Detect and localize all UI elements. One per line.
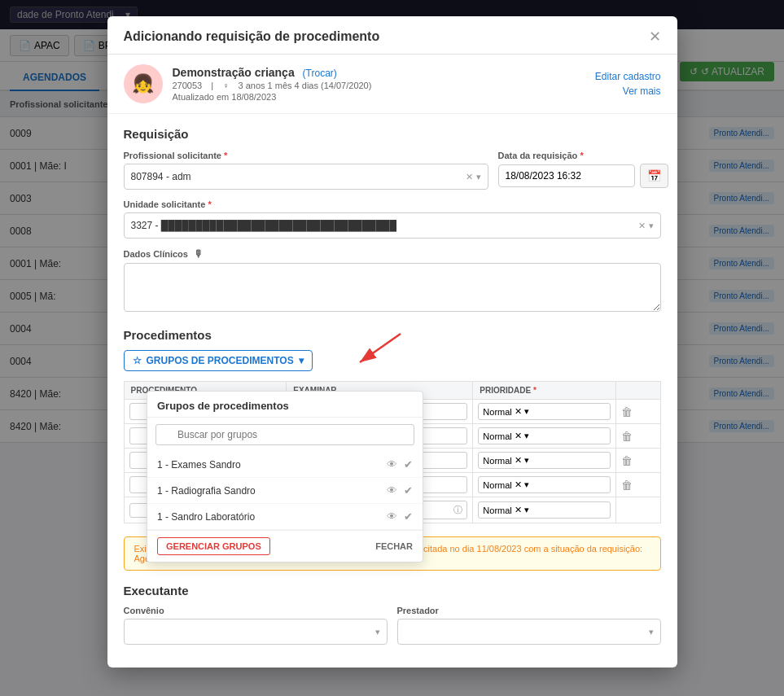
patient-name: Demonstração criança (Trocar): [173, 66, 585, 79]
delete-row-4[interactable]: 🗑: [621, 479, 633, 492]
delete-row-3[interactable]: 🗑: [621, 454, 633, 467]
date-input[interactable]: [498, 164, 635, 187]
modal-close-button[interactable]: ✕: [649, 29, 661, 44]
edit-cadastro-button[interactable]: Editar cadastro: [595, 71, 661, 82]
priority-select-4[interactable]: Normal ✕ ▾: [478, 476, 610, 493]
requisicao-section: Requisição Profissional solicitante * 80…: [107, 114, 677, 328]
data-group: Data da requisição * 📅: [498, 151, 661, 188]
col-prioridade: PRIORIDADE *: [473, 382, 615, 400]
prestador-label: Prestador: [397, 606, 661, 615]
dropdown-close-button[interactable]: FECHAR: [375, 537, 413, 555]
dados-group: Dados Clínicos 🎙: [124, 248, 661, 312]
calendar-button[interactable]: 📅: [640, 164, 668, 188]
priority-cell: Normal ✕ ▾: [473, 497, 615, 523]
form-row-unidade: Unidade solicitante * 3327 - ███████████…: [124, 199, 661, 239]
unidade-label: Unidade solicitante *: [124, 199, 661, 209]
prestador-select[interactable]: ▾: [397, 619, 661, 645]
dropdown-icon[interactable]: ▾: [649, 221, 654, 231]
view-icon-1[interactable]: 👁: [387, 458, 397, 471]
requisicao-title: Requisição: [124, 127, 661, 141]
patient-updated: Atualizado em 18/08/2023: [173, 92, 585, 102]
gender-icon: ♀: [222, 81, 229, 90]
delete-row-2[interactable]: 🗑: [621, 430, 633, 443]
dropdown-title: Grupos de procedimentos: [147, 392, 423, 418]
group-item-2[interactable]: 1 - Radiografia Sandro 👁 ✔: [147, 478, 423, 504]
star-icon: ☆: [133, 355, 142, 366]
view-icon-3[interactable]: 👁: [387, 510, 397, 523]
patient-bar: 👧 Demonstração criança (Trocar) 270053 |…: [107, 55, 677, 114]
trocar-link[interactable]: (Trocar): [303, 68, 337, 79]
delete-row-1[interactable]: 🗑: [621, 405, 633, 418]
clear-priority-4[interactable]: ✕: [515, 479, 522, 490]
info-icon: ⓘ: [453, 504, 462, 516]
dropdown-icon[interactable]: ▾: [476, 172, 481, 182]
group-item-3[interactable]: 1 - Sandro Laboratório 👁 ✔: [147, 504, 423, 530]
mic-icon[interactable]: 🎙: [194, 248, 204, 260]
priority-select-5[interactable]: Normal ✕ ▾: [478, 501, 610, 519]
profissional-select[interactable]: 807894 - adm ✕ ▾: [124, 164, 488, 190]
priority-cell: Normal ✕ ▾: [473, 400, 615, 424]
clear-priority-2[interactable]: ✕: [515, 431, 522, 441]
search-box: 🔍: [147, 418, 423, 452]
priority-cell: Normal ✕ ▾: [473, 424, 615, 449]
data-label: Data da requisição *: [498, 151, 661, 160]
prestador-group: Prestador ▾: [397, 606, 661, 645]
clear-icon[interactable]: ✕: [466, 172, 473, 182]
view-icon-2[interactable]: 👁: [387, 484, 397, 497]
modal-header: Adicionando requisição de procedimento ✕: [107, 16, 677, 55]
dropdown-icon[interactable]: ▾: [649, 627, 654, 637]
priority-cell: Normal ✕ ▾: [473, 449, 615, 473]
clear-icon[interactable]: ✕: [638, 221, 646, 231]
check-icon-1[interactable]: ✔: [404, 458, 413, 471]
unidade-group: Unidade solicitante * 3327 - ███████████…: [124, 199, 661, 239]
dados-textarea[interactable]: [124, 263, 661, 312]
check-icon-3[interactable]: ✔: [404, 510, 413, 523]
search-wrapper: 🔍: [155, 424, 414, 445]
col-actions: [615, 382, 660, 400]
modal-title: Adicionando requisição de procedimento: [124, 29, 380, 44]
clear-priority-5[interactable]: ✕: [515, 505, 522, 515]
ver-mais-button[interactable]: Ver mais: [623, 85, 661, 97]
executante-section: Executante Convênio ▾ Prestador: [107, 577, 677, 668]
grupos-procedimentos-button[interactable]: ☆ GRUPOS DE PROCEDIMENTOS ▾: [124, 350, 313, 371]
priority-select-2[interactable]: Normal ✕ ▾: [478, 427, 610, 444]
executante-title: Executante: [124, 584, 661, 598]
convenio-select[interactable]: ▾: [124, 619, 388, 645]
priority-cell: Normal ✕ ▾: [473, 473, 615, 497]
form-row-profissional: Profissional solicitante * 807894 - adm …: [124, 151, 661, 190]
profissional-group: Profissional solicitante * 807894 - adm …: [124, 151, 488, 190]
priority-select-1[interactable]: Normal ✕ ▾: [478, 403, 610, 420]
unidade-select[interactable]: 3327 - █████████████████████████████████…: [124, 212, 661, 239]
dados-label: Dados Clínicos 🎙: [124, 248, 661, 260]
groups-search-input[interactable]: [155, 424, 414, 445]
convenio-group: Convênio ▾: [124, 606, 388, 645]
patient-meta: 270053 | ♀ 3 anos 1 mês 4 dias (14/07/20…: [173, 81, 585, 90]
dropdown-footer: GERENCIAR GRUPOS FECHAR: [147, 530, 423, 562]
avatar-emoji: 👧: [132, 73, 154, 94]
exec-form-row: Convênio ▾ Prestador ▾: [124, 606, 661, 645]
convenio-label: Convênio: [124, 606, 388, 615]
patient-actions: Editar cadastro Ver mais: [595, 71, 661, 97]
modal-dialog: Adicionando requisição de procedimento ✕…: [107, 16, 677, 668]
check-icon-2[interactable]: ✔: [404, 484, 413, 497]
dropdown-icon[interactable]: ▾: [375, 627, 380, 637]
chevron-icon: ▾: [299, 355, 304, 366]
procedimentos-title: Procedimentos: [124, 328, 661, 342]
profissional-label: Profissional solicitante *: [124, 151, 488, 160]
patient-info: Demonstração criança (Trocar) 270053 | ♀…: [173, 66, 585, 102]
group-item-1[interactable]: 1 - Exames Sandro 👁 ✔: [147, 452, 423, 478]
form-row-dados: Dados Clínicos 🎙: [124, 248, 661, 312]
clear-priority-1[interactable]: ✕: [515, 406, 522, 417]
clear-priority-3[interactable]: ✕: [515, 455, 522, 466]
groups-dropdown: Grupos de procedimentos 🔍 1 - Exames San…: [147, 391, 423, 562]
manage-groups-button[interactable]: GERENCIAR GRUPOS: [157, 537, 270, 555]
modal-overlay: Adicionando requisição de procedimento ✕…: [0, 0, 784, 696]
date-field: 📅: [498, 164, 661, 188]
patient-avatar: 👧: [124, 64, 163, 103]
priority-select-3[interactable]: Normal ✕ ▾: [478, 452, 610, 469]
